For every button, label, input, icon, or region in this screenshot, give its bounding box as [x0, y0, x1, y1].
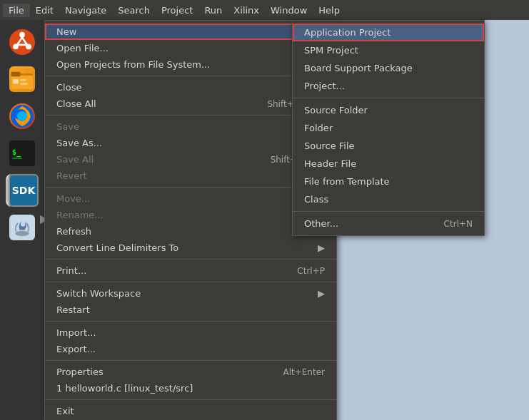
divider-4	[45, 259, 336, 260]
sdk-label: SDK	[12, 185, 36, 196]
svg-rect-8	[20, 79, 26, 81]
menu-navigate[interactable]: Navigate	[59, 4, 112, 17]
menu-item-recent-file[interactable]: 1 helloworld.c [linux_test/src]	[45, 380, 336, 396]
submenu-item-class[interactable]: Class	[293, 190, 484, 208]
svg-point-11	[17, 111, 27, 121]
submenu-divider-2	[293, 211, 484, 212]
menu-edit[interactable]: Edit	[30, 4, 59, 17]
svg-rect-9	[20, 83, 27, 85]
menu-item-restart[interactable]: Restart	[45, 302, 336, 318]
menu-item-print[interactable]: Print... Ctrl+P	[45, 262, 336, 279]
svg-text:$_: $_	[12, 148, 21, 157]
svg-rect-6	[11, 72, 21, 76]
svg-rect-7	[13, 79, 19, 83]
svg-rect-14	[12, 158, 22, 159]
menu-help[interactable]: Help	[313, 4, 346, 17]
menu-item-switch-workspace[interactable]: Switch Workspace ▶	[45, 285, 336, 302]
submenu-item-application-project[interactable]: Application Project	[293, 24, 484, 41]
submenu-divider-1	[293, 98, 484, 98]
submenu-item-board-support-package[interactable]: Board Support Package	[293, 59, 484, 77]
submenu-item-spm-project[interactable]: SPM Project	[293, 41, 484, 59]
sidebar-icon-java[interactable]	[6, 211, 39, 244]
menu-xilinx[interactable]: Xilinx	[228, 4, 265, 17]
divider-5	[45, 282, 336, 282]
submenu-item-file-from-template[interactable]: File from Template	[293, 173, 484, 190]
sidebar-icon-sdk[interactable]: SDK	[6, 174, 39, 207]
sidebar-icon-ubuntu[interactable]	[6, 26, 39, 58]
menu-run[interactable]: Run	[198, 4, 228, 17]
sidebar-icon-firefox[interactable]	[6, 100, 39, 133]
menu-project[interactable]: Project	[156, 4, 198, 17]
menu-window[interactable]: Window	[265, 4, 313, 17]
menubar: File Edit Navigate Search Project Run Xi…	[0, 0, 529, 20]
submenu-item-header-file[interactable]: Header File	[293, 155, 484, 173]
new-submenu: Application Project SPM Project Board Su…	[292, 20, 485, 236]
menu-item-export[interactable]: Export...	[45, 341, 336, 357]
menu-search[interactable]: Search	[112, 4, 156, 17]
menu-item-import[interactable]: Import...	[45, 324, 336, 341]
menu-item-properties[interactable]: Properties Alt+Enter	[45, 364, 336, 380]
menu-item-convert-line[interactable]: Convert Line Delimiters To ▶	[45, 240, 336, 256]
divider-8	[45, 399, 336, 400]
sidebar-icon-filemanager[interactable]	[6, 63, 39, 96]
sidebar: $_ SDK	[0, 20, 44, 420]
divider-6	[45, 321, 336, 322]
submenu-item-folder[interactable]: Folder	[293, 119, 484, 137]
submenu-item-source-folder[interactable]: Source Folder	[293, 101, 484, 119]
menu-file[interactable]: File	[3, 4, 30, 17]
divider-7	[45, 360, 336, 361]
svg-point-15	[15, 231, 29, 236]
submenu-item-other[interactable]: Other... Ctrl+N	[293, 215, 484, 232]
submenu-item-source-file[interactable]: Source File	[293, 137, 484, 155]
sidebar-icon-terminal[interactable]: $_	[6, 137, 39, 170]
submenu-item-project[interactable]: Project...	[293, 77, 484, 95]
menu-item-exit[interactable]: Exit	[45, 403, 336, 419]
